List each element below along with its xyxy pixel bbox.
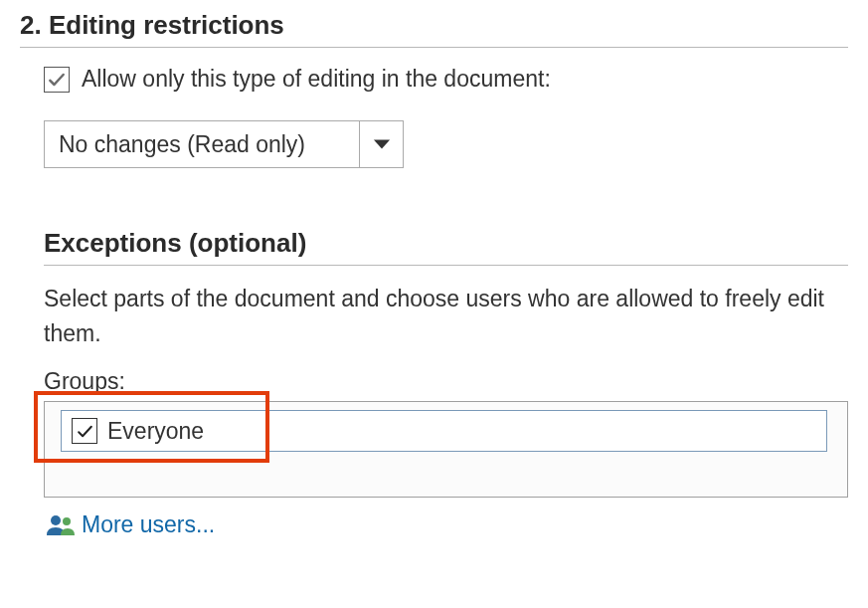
group-everyone-label: Everyone [107, 418, 204, 445]
checkmark-icon [47, 70, 67, 90]
restriction-type-dropdown[interactable]: No changes (Read only) [44, 120, 404, 168]
svg-marker-0 [373, 140, 389, 149]
people-icon [46, 513, 76, 537]
editing-restrictions-heading: 2. Editing restrictions [20, 10, 848, 41]
dropdown-button[interactable] [359, 121, 403, 167]
divider [44, 265, 848, 266]
checkmark-icon [76, 422, 94, 441]
groups-listbox[interactable]: Everyone [44, 401, 848, 498]
group-row-everyone[interactable]: Everyone [61, 410, 827, 452]
svg-point-2 [63, 517, 71, 525]
svg-point-1 [51, 515, 61, 525]
allow-editing-label: Allow only this type of editing in the d… [82, 66, 551, 93]
divider [20, 47, 848, 48]
exceptions-description: Select parts of the document and choose … [44, 282, 848, 350]
restriction-type-value: No changes (Read only) [45, 121, 359, 167]
group-everyone-checkbox[interactable] [72, 418, 97, 444]
allow-editing-checkbox[interactable] [44, 67, 70, 93]
allow-editing-row: Allow only this type of editing in the d… [44, 66, 848, 93]
groups-label: Groups: [44, 368, 848, 395]
more-users-text: More users... [82, 511, 215, 538]
exceptions-heading: Exceptions (optional) [44, 228, 848, 259]
chevron-down-icon [373, 138, 391, 150]
more-users-link[interactable]: More users... [46, 511, 848, 538]
